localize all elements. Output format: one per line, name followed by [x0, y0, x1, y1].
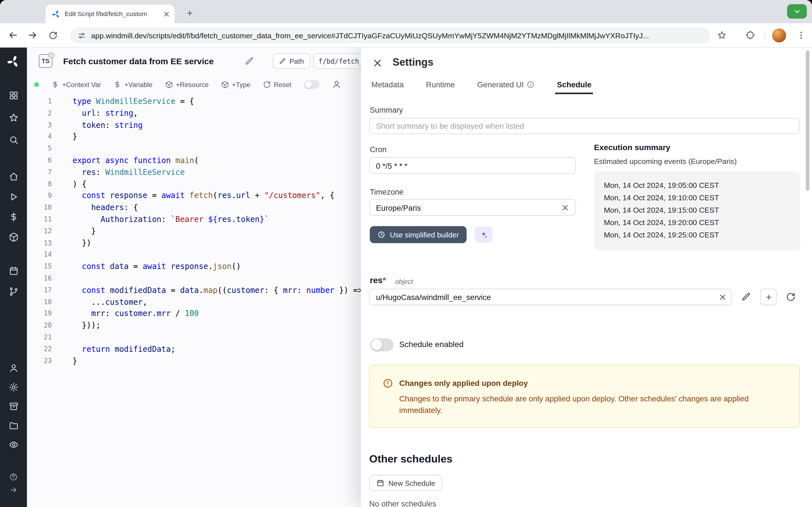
calendar-icon	[376, 479, 384, 487]
sidebar-item-search[interactable]	[7, 133, 20, 146]
resource-refresh-icon[interactable]	[786, 292, 795, 302]
sidebar-item-expand-sidebar[interactable]	[9, 485, 18, 495]
grid-icon	[8, 91, 18, 100]
line-number: 13	[27, 237, 52, 249]
timezone-clear-icon[interactable]	[561, 203, 569, 212]
code-line: ) {	[72, 178, 376, 190]
new-schedule-button[interactable]: New Schedule	[369, 475, 442, 491]
sidebar-item-favorites[interactable]	[7, 111, 20, 124]
toolbar-type-button[interactable]: +Type	[221, 80, 250, 89]
sidebar	[0, 48, 27, 507]
windmill-logo-icon[interactable]	[7, 55, 20, 68]
code-line: const response = await fetch(res.url + "…	[72, 190, 376, 202]
puzzle-icon	[746, 31, 755, 40]
line-number: 20	[27, 320, 52, 332]
site-settings-icon[interactable]	[78, 31, 86, 40]
tab-close-icon[interactable]	[163, 10, 170, 18]
editor-toolbar: +Context Var+Variable+Resource+TypeReset	[34, 76, 341, 92]
code-line	[72, 143, 376, 155]
close-settings-icon[interactable]	[372, 57, 383, 69]
browser-update-button[interactable]	[787, 4, 807, 18]
settings-tab-schedule[interactable]: Schedule	[555, 76, 593, 94]
reload-button[interactable]	[46, 29, 59, 42]
browser-tab[interactable]: Edit Script f/bd/fetch_custom	[46, 5, 174, 23]
tab-label: Generated UI	[477, 80, 523, 89]
sidebar-item-settings[interactable]	[7, 381, 20, 393]
new-schedule-label: New Schedule	[389, 479, 435, 487]
panel-scrollbar-thumb[interactable]	[806, 50, 809, 191]
upcoming-events-box: Mon, 14 Oct 2024, 19:05:00 CESTMon, 14 O…	[594, 171, 800, 250]
clock-icon	[377, 231, 386, 238]
chevron-down-icon	[793, 8, 801, 15]
line-number: 10	[27, 202, 52, 214]
code-line: }	[72, 355, 376, 367]
code-line: url: string,	[72, 108, 376, 119]
browser-toolbar: app.windmill.dev/scripts/edit/f/bd/fetch…	[0, 23, 812, 48]
profile-avatar[interactable]	[772, 29, 786, 43]
sidebar-item-variables[interactable]	[7, 211, 20, 223]
help-icon	[9, 473, 17, 481]
edit-title-pencil-icon[interactable]	[245, 57, 254, 66]
simplified-builder-button[interactable]: Use simplified builder	[370, 226, 467, 243]
sidebar-item-audit-logs[interactable]	[7, 438, 20, 451]
resource-arg-type: object	[395, 278, 413, 286]
arrow-right-icon	[9, 486, 17, 494]
resource-input[interactable]	[369, 289, 732, 305]
back-button[interactable]	[6, 29, 20, 42]
code-line: Authorization: `Bearer ${res.token}`	[72, 214, 376, 226]
cron-input[interactable]	[369, 157, 576, 174]
warning-body: Changes to the primary schedule are only…	[399, 393, 783, 416]
settings-tab-generated-ui[interactable]: Generated UI	[476, 76, 536, 94]
sidebar-item-runs[interactable]	[7, 190, 20, 203]
sidebar-item-workers[interactable]	[7, 400, 20, 412]
code-line	[72, 273, 376, 284]
schedule-enabled-toggle[interactable]	[370, 338, 394, 351]
toolbar-variable-button[interactable]: +Variable	[114, 80, 153, 89]
sidebar-item-schedules[interactable]	[7, 265, 20, 277]
extensions-button[interactable]	[744, 29, 757, 42]
code-editor[interactable]: type WindmillEeService = { url: string, …	[72, 96, 376, 367]
line-number: 18	[27, 296, 52, 308]
code-line: }));	[72, 320, 376, 332]
code-line: headers: {	[72, 202, 376, 214]
address-bar[interactable]: app.windmill.dev/scripts/edit/f/bd/fetch…	[70, 27, 711, 43]
resource-clear-icon[interactable]	[718, 293, 727, 302]
summary-input[interactable]	[369, 118, 800, 134]
sidebar-item-flows[interactable]	[7, 285, 20, 297]
ai-cron-button[interactable]	[475, 226, 492, 242]
code-line: token: string	[72, 119, 376, 131]
assistant-toggle[interactable]	[304, 80, 319, 89]
code-line: })	[72, 237, 376, 249]
new-tab-button[interactable]	[183, 6, 197, 20]
toolbar-resource-button[interactable]: +Resource	[165, 80, 209, 89]
sidebar-item-help[interactable]	[9, 472, 18, 482]
toolbar-context-var-button[interactable]: +Context Var	[51, 80, 101, 89]
upcoming-event-row: Mon, 14 Oct 2024, 19:05:00 CEST	[604, 179, 800, 191]
other-schedules-title: Other schedules	[369, 453, 453, 465]
package-icon	[8, 232, 18, 242]
execution-summary-subtitle: Estimated upcoming events (Europe/Paris)	[594, 157, 737, 165]
pencil-icon	[279, 58, 286, 64]
bookmark-star-button[interactable]	[715, 29, 729, 42]
resource-edit-pencil-icon[interactable]	[742, 292, 751, 302]
path-button[interactable]: Path	[273, 53, 310, 69]
path-label: Path	[290, 57, 304, 65]
language-status-dot	[34, 82, 39, 87]
resource-add-button[interactable]	[760, 289, 777, 305]
dollar-icon	[8, 212, 18, 222]
timezone-input[interactable]	[369, 199, 576, 216]
sidebar-item-folders[interactable]	[7, 419, 20, 432]
sidebar-item-apps[interactable]	[7, 89, 20, 101]
sidebar-item-resources[interactable]	[7, 231, 20, 243]
tab-label: Metadata	[371, 80, 404, 89]
browser-menu-button[interactable]	[795, 29, 808, 42]
settings-tab-runtime[interactable]: Runtime	[424, 76, 456, 94]
settings-tab-metadata[interactable]: Metadata	[370, 76, 405, 94]
sidebar-item-home[interactable]	[7, 170, 20, 182]
package-icon	[165, 80, 173, 89]
arrow-right-icon	[28, 30, 38, 41]
toolbar-reset-button[interactable]: Reset	[263, 80, 291, 89]
forward-button[interactable]	[26, 29, 40, 42]
warning-title: Changes only applied upon deploy	[399, 379, 528, 387]
sidebar-item-users[interactable]	[7, 362, 20, 374]
